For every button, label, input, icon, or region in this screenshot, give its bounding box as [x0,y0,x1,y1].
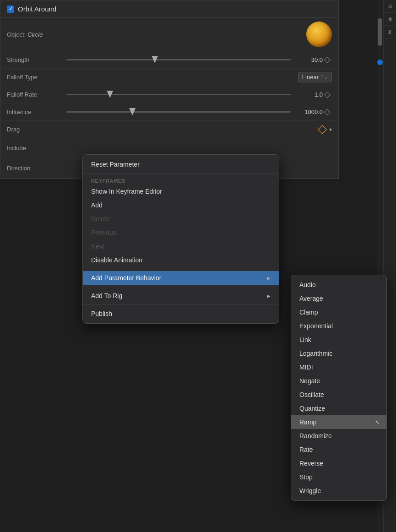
menu-previous: Previous [83,226,279,239]
submenu-clamp[interactable]: Clamp [291,305,386,319]
strip-btn-3[interactable]: ◧ [384,26,396,38]
submenu-logarithmic[interactable]: Logarithmic [291,347,386,360]
submenu-randomize[interactable]: Randomize [291,429,386,443]
drag-label: Drag [7,126,66,133]
direction-label: Direction [7,165,66,172]
falloff-type-row: Falloff Type Linear ⌃⌄ [0,69,338,86]
menu-sep-1 [83,173,279,174]
object-value: Circle [27,31,43,38]
strip-btn-1[interactable]: ⊞ [384,0,396,13]
property-panel: Orbit Around Object: Circle Strength 30.… [0,0,339,179]
strength-slider[interactable] [66,55,291,65]
include-label: Include [7,145,66,152]
submenu-link[interactable]: Link [291,333,386,347]
panel-title: Orbit Around [18,5,56,13]
menu-add-to-rig[interactable]: Add To Rig ▶ [83,289,279,303]
influence-value: 1000.0 [291,109,323,115]
menu-sep-4 [83,304,279,305]
menu-disable-animation[interactable]: Disable Animation [83,253,279,267]
falloff-rate-row: Falloff Rate 1.0 [0,86,338,103]
keyframes-section-label: KEYFRAMES [83,175,279,185]
strength-thumb[interactable] [152,56,158,63]
falloff-rate-slider[interactable] [66,90,291,99]
drag-row: Drag ▾ [0,121,338,138]
panel-header: Orbit Around [0,0,338,18]
submenu-reverse[interactable]: Reverse [291,456,386,470]
submenu-audio[interactable]: Audio [291,278,386,292]
influence-label: Influence [7,109,66,115]
menu-sep-2 [83,269,279,269]
menu-next: Next [83,239,279,253]
falloff-type-arrow: ⌃⌄ [320,75,328,80]
menu-sep-3 [83,287,279,287]
falloff-rate-keyframe[interactable] [323,90,332,99]
submenu-negate[interactable]: Negate [291,374,386,388]
strength-keyframe[interactable] [323,55,332,65]
submenu-parameter-behavior: Audio Average Clamp Exponential Link Log… [291,275,387,501]
influence-keyframe[interactable] [323,108,332,117]
submenu-stop[interactable]: Stop [291,470,386,484]
influence-slider[interactable] [66,108,291,117]
object-row: Object: Circle [0,18,338,51]
influence-thumb[interactable] [129,108,136,115]
influence-row: Influence 1000.0 [0,103,338,121]
falloff-type-label: Falloff Type [7,74,66,81]
submenu-wriggle[interactable]: Wriggle [291,484,386,498]
add-to-rig-arrow: ▶ [267,293,271,299]
submenu-oscillate[interactable]: Oscillate [291,388,386,402]
falloff-rate-label: Falloff Rate [7,91,66,98]
cursor-indicator: ↖ [375,419,380,426]
submenu-quantize[interactable]: Quantize [291,402,386,415]
falloff-type-select[interactable]: Linear ⌃⌄ [66,72,332,82]
submenu-exponential[interactable]: Exponential [291,319,386,333]
falloff-rate-thumb[interactable] [107,91,113,98]
strength-row: Strength 30.0 [0,51,338,69]
drag-keyframe-diamond[interactable] [318,125,327,134]
menu-add-parameter-behavior[interactable]: Add Parameter Behavior ▶ [83,271,279,285]
enabled-checkbox[interactable] [7,5,14,13]
submenu-ramp[interactable]: Ramp ↖ [291,415,386,429]
strip-btn-2[interactable]: ▣ [384,13,396,26]
scroll-thumb[interactable] [378,18,382,46]
menu-show-keyframe-editor[interactable]: Show In Keyframe Editor [83,185,279,198]
context-menu: Reset Parameter KEYFRAMES Show In Keyfra… [82,154,279,324]
falloff-type-value: Linear [302,74,319,81]
blue-indicator [377,60,383,65]
submenu-average[interactable]: Average [291,292,386,305]
menu-add[interactable]: Add [83,198,279,212]
submenu-midi[interactable]: MIDI [291,360,386,374]
menu-delete: Delete [83,212,279,226]
submenu-rate[interactable]: Rate [291,443,386,456]
strength-value: 30.0 [291,56,323,63]
object-label: Object: [7,31,26,38]
menu-publish[interactable]: Publish [83,307,279,320]
strength-label: Strength [7,56,66,63]
circle-preview [306,22,332,47]
drag-chevron[interactable]: ▾ [329,126,332,133]
add-param-behavior-arrow: ▶ [267,276,271,281]
menu-reset-parameter[interactable]: Reset Parameter [83,157,279,171]
falloff-rate-value: 1.0 [291,91,323,98]
